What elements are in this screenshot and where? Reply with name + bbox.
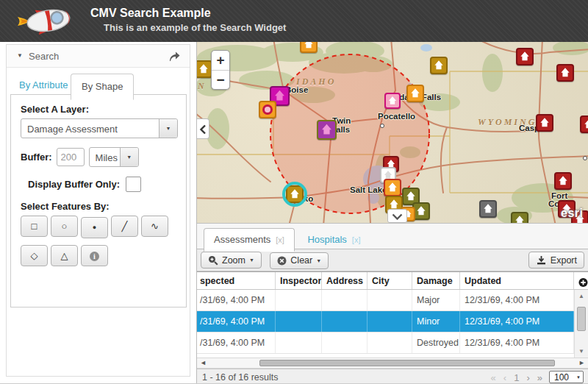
page-size-select[interactable]: 100 ▼ [549,371,584,383]
table-cell: /31/69, 4:00 PM [197,311,276,332]
tab-assessments-label: Assessments [214,234,270,245]
zoom-in-button[interactable]: + [212,51,229,70]
select-by-freehand-polygon-tool[interactable]: ◇ [21,245,48,266]
tab-by-shape[interactable]: By Shape [71,74,134,100]
damage-marker[interactable] [300,42,318,53]
add-column-button[interactable] [574,272,588,289]
scroll-up-arrow[interactable]: ▲ [575,293,588,299]
column-header-spected[interactable]: spected [197,272,276,289]
layer-select-arrow[interactable]: ▼ [159,119,177,138]
house-icon [559,176,568,186]
collapse-caret-icon[interactable]: ▼ [17,52,23,59]
house-icon [515,216,525,223]
close-tab-icon[interactable]: [x] [352,235,361,244]
column-header-address[interactable]: Address [322,272,368,289]
table-row[interactable]: /31/69, 4:00 PMMajor12/31/69, 4:00 PM [197,290,588,311]
current-page: 1 [514,372,519,383]
column-header-damage[interactable]: Damage [412,272,460,289]
grid-horizontal-scrollbar[interactable]: ◄ ► [197,358,588,369]
identify-tool[interactable]: i [81,245,108,266]
damage-marker-twin-falls[interactable] [317,120,337,140]
table-row[interactable]: /31/69, 4:00 PMMinor12/31/69, 4:00 PM [197,311,588,333]
download-icon [536,255,547,266]
zoom-dropdown-label: Zoom [222,255,245,266]
app-title: CMV Search Example [90,7,211,20]
sidebar-collapse-button[interactable] [197,118,209,139]
page-size-value: 100 [554,372,569,383]
house-icon [274,90,285,102]
house-icon [561,68,570,78]
bottom-panel-collapse-button[interactable] [387,209,407,223]
zoom-out-button[interactable]: − [212,70,229,89]
table-row[interactable]: /31/69, 4:00 PMDestroyed12/31/69, 4:00 P… [197,333,588,354]
scroll-left-arrow[interactable]: ◄ [200,359,207,366]
damage-marker-circled[interactable] [259,101,276,118]
info-icon: i [90,252,99,261]
chevron-down-icon [392,213,403,220]
map[interactable]: IDAHOWYOMINGNBoiseTwinFallsPocatelloIdah… [197,42,588,223]
damage-marker[interactable] [580,115,588,133]
layer-select-value: Damage Assessment [27,124,118,135]
tab-hospitals-label: Hospitals [307,234,346,245]
share-arrow-icon[interactable] [167,50,181,63]
tab-by-attribute[interactable]: By Attribute [19,79,68,90]
next-page-button[interactable]: › [526,372,529,383]
table-cell [322,290,368,310]
damage-marker[interactable] [511,212,528,223]
buffer-distance-input[interactable] [57,148,85,166]
damage-marker[interactable] [479,200,497,218]
attributes-table-panel: Assessments[x] Hospitals[x] Zoom [197,223,588,384]
house-icon [484,204,493,214]
buffer-unit-select[interactable]: Miles ▼ [89,147,139,167]
house-icon [384,171,392,179]
rocket-logo [12,3,79,40]
horizontal-scroll-thumb[interactable] [259,360,555,366]
select-by-polygon-tool[interactable]: △ [51,245,78,266]
select-by-line-tool[interactable]: ╱ [111,216,138,237]
damage-marker[interactable] [430,57,448,74]
damage-marker-idaho-falls[interactable] [384,93,401,109]
tab-assessments[interactable]: Assessments[x] [204,228,295,252]
grid-vertical-scrollbar[interactable]: ▲ ▼ [574,290,588,358]
table-cell [322,311,368,332]
display-buffer-checkbox[interactable] [126,177,141,192]
select-by-point-tool[interactable]: ● [81,217,108,238]
table-cell [368,333,412,353]
close-tab-icon[interactable]: [x] [276,235,284,244]
damage-marker[interactable] [556,64,574,82]
damage-marker-elko-selected[interactable] [286,185,304,203]
damage-marker[interactable] [197,60,212,78]
damage-marker[interactable] [516,48,534,65]
prev-page-button[interactable]: ‹ [503,372,506,383]
scroll-right-arrow[interactable]: ► [578,359,585,366]
zoom-dropdown-button[interactable]: Zoom ▼ [201,252,262,269]
select-by-freehand-line-tool[interactable]: ∿ [141,216,168,237]
layer-select[interactable]: Damage Assessment ▼ [21,118,178,138]
vertical-scroll-thumb[interactable] [577,307,586,331]
damage-marker-casper[interactable] [536,114,553,132]
damage-marker[interactable] [406,85,424,102]
damage-marker[interactable] [384,179,401,196]
export-button[interactable]: Export [528,252,584,269]
table-cell [276,290,322,310]
search-panel-titlebar[interactable]: ▼ Search [7,45,190,68]
table-cell [322,333,368,353]
results-tabs: Assessments[x] Hospitals[x] [197,224,588,249]
select-by-circle-tool[interactable]: ○ [51,216,78,237]
last-page-button[interactable]: » [537,372,542,383]
tab-hospitals[interactable]: Hospitals[x] [298,229,370,251]
scroll-down-arrow[interactable]: ▼ [575,348,588,355]
select-by-extent-tool[interactable]: □ [21,216,48,237]
select-features-label: Select Features By: [21,201,176,212]
results-count: 1 - 16 of 16 results [202,372,279,383]
first-page-button[interactable]: « [491,372,496,383]
house-icon [434,60,444,71]
damage-marker[interactable] [554,172,572,190]
clear-dropdown-button[interactable]: Clear ▼ [270,252,329,269]
buffer-unit-arrow[interactable]: ▼ [120,148,138,166]
column-header-inspector[interactable]: Inspector [276,272,322,289]
column-header-updated[interactable]: Updated [460,272,574,289]
house-icon [406,191,416,202]
table-cell: Destroyed [412,333,460,353]
column-header-city[interactable]: City [368,272,412,289]
